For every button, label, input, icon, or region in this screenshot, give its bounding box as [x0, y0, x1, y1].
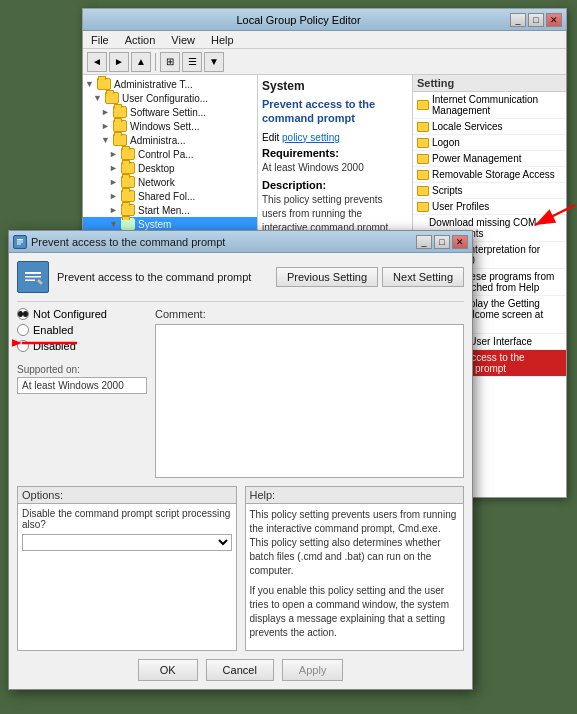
- config-panel: Not Configured Enabled Disabled Supporte…: [17, 308, 147, 478]
- setting-scripts[interactable]: Scripts: [413, 183, 566, 199]
- options-help-section: Options: Disable the command prompt scri…: [17, 486, 464, 651]
- close-button[interactable]: ✕: [546, 13, 562, 27]
- tree-item-system[interactable]: ▼ System: [83, 217, 257, 231]
- svg-rect-5: [17, 243, 21, 244]
- tree-item-start-menu[interactable]: ► Start Men...: [83, 203, 257, 217]
- options-content: Disable the command prompt script proces…: [18, 504, 236, 555]
- comment-label: Comment:: [155, 308, 464, 320]
- radio-enabled[interactable]: Enabled: [17, 324, 147, 336]
- dialog-titlebar: Prevent access to the command prompt _ □…: [9, 231, 472, 253]
- tree-item-control-panel[interactable]: ► Control Pa...: [83, 147, 257, 161]
- folder-icon: [417, 154, 429, 164]
- svg-rect-7: [25, 272, 41, 274]
- radio-group: Not Configured Enabled Disabled: [17, 308, 147, 352]
- dialog-top: Prevent access to the command prompt Pre…: [17, 261, 464, 293]
- options-header: Options:: [18, 487, 236, 504]
- dialog-title-icon: [13, 235, 27, 249]
- next-setting-button[interactable]: Next Setting: [382, 267, 464, 287]
- desc-heading: System: [262, 79, 408, 93]
- dialog-maximize-button[interactable]: □: [434, 235, 450, 249]
- dialog-policy-name: Prevent access to the command prompt: [57, 271, 251, 283]
- folder-icon: [417, 202, 429, 212]
- tree-item-administrative[interactable]: ▼ Administrative T...: [83, 77, 257, 91]
- toolbar: ◄ ► ▲ ⊞ ☰ ▼: [83, 49, 566, 75]
- supported-label: Supported on:: [17, 364, 147, 375]
- tree-item-desktop[interactable]: ► Desktop: [83, 161, 257, 175]
- menu-file[interactable]: File: [87, 33, 113, 47]
- options-dropdown[interactable]: [22, 534, 232, 551]
- dialog-content: Prevent access to the command prompt Pre…: [9, 253, 472, 689]
- folder-icon: [417, 186, 429, 196]
- tree-item-windows[interactable]: ► Windows Sett...: [83, 119, 257, 133]
- dialog-minimize-button[interactable]: _: [416, 235, 432, 249]
- options-text: Disable the command prompt script proces…: [22, 508, 232, 530]
- radio-not-configured[interactable]: Not Configured: [17, 308, 147, 320]
- up-button[interactable]: ▲: [131, 52, 151, 72]
- radio-enabled-circle: [17, 324, 29, 336]
- titlebar-controls: _ □ ✕: [510, 13, 562, 27]
- dialog-close-button[interactable]: ✕: [452, 235, 468, 249]
- svg-rect-8: [25, 276, 41, 278]
- edit-policy-link[interactable]: policy setting: [282, 132, 340, 143]
- help-para-1: This policy setting prevents users from …: [250, 508, 460, 578]
- tree-item-network[interactable]: ► Network: [83, 175, 257, 189]
- svg-rect-4: [17, 241, 23, 242]
- nav-buttons: Previous Setting Next Setting: [276, 267, 464, 287]
- dialog-body: Not Configured Enabled Disabled Supporte…: [17, 308, 464, 478]
- help-box: Help: This policy setting prevents users…: [245, 486, 465, 651]
- forward-button[interactable]: ►: [109, 52, 129, 72]
- tree-item-shared-folders[interactable]: ► Shared Fol...: [83, 189, 257, 203]
- setting-user-profiles[interactable]: User Profiles: [413, 199, 566, 215]
- tree-item-user-config[interactable]: ▼ User Configuratio...: [83, 91, 257, 105]
- comment-section: Comment:: [155, 308, 464, 478]
- setting-locale[interactable]: Locale Services: [413, 119, 566, 135]
- edit-link-label: Edit: [262, 132, 282, 143]
- folder-icon: [417, 170, 429, 180]
- help-header: Help:: [246, 487, 464, 504]
- dialog-policy-icon: [17, 261, 49, 293]
- minimize-button[interactable]: _: [510, 13, 526, 27]
- supported-section: Supported on: At least Windows 2000: [17, 364, 147, 394]
- back-button[interactable]: ◄: [87, 52, 107, 72]
- requirements-label: Requirements:: [262, 147, 408, 159]
- tree-item-software[interactable]: ► Software Settin...: [83, 105, 257, 119]
- cancel-button[interactable]: Cancel: [206, 659, 274, 681]
- previous-setting-button[interactable]: Previous Setting: [276, 267, 378, 287]
- radio-not-configured-circle: [17, 308, 29, 320]
- dialog-title-text: Prevent access to the command prompt: [31, 236, 416, 248]
- folder-icon: [417, 138, 429, 148]
- menu-view[interactable]: View: [167, 33, 199, 47]
- show-hide-button[interactable]: ⊞: [160, 52, 180, 72]
- help-content: This policy setting prevents users from …: [246, 504, 464, 645]
- settings-header: Setting: [413, 75, 566, 92]
- menu-action[interactable]: Action: [121, 33, 160, 47]
- toolbar-separator-1: [155, 53, 156, 71]
- dialog-titlebar-controls: _ □ ✕: [416, 235, 468, 249]
- dialog-window: Prevent access to the command prompt _ □…: [8, 230, 473, 690]
- svg-rect-9: [25, 280, 35, 282]
- radio-disabled-circle: [17, 340, 29, 352]
- setting-power[interactable]: Power Management: [413, 151, 566, 167]
- filter-button[interactable]: ▼: [204, 52, 224, 72]
- apply-button[interactable]: Apply: [282, 659, 344, 681]
- radio-disabled[interactable]: Disabled: [17, 340, 147, 352]
- options-box: Options: Disable the command prompt scri…: [17, 486, 237, 651]
- setting-internet-comm[interactable]: Internet Communication Management: [413, 92, 566, 119]
- maximize-button[interactable]: □: [528, 13, 544, 27]
- ok-button[interactable]: OK: [138, 659, 198, 681]
- tree-item-admin-templates[interactable]: ▼ Administra...: [83, 133, 257, 147]
- svg-rect-3: [17, 239, 23, 241]
- menu-help[interactable]: Help: [207, 33, 238, 47]
- description-label: Description:: [262, 179, 408, 191]
- setting-logon[interactable]: Logon: [413, 135, 566, 151]
- folder-icon: [417, 100, 429, 110]
- setting-removable[interactable]: Removable Storage Access: [413, 167, 566, 183]
- folder-icon: [417, 122, 429, 132]
- supported-value: At least Windows 2000: [17, 377, 147, 394]
- desc-policy-title: Prevent access to the command prompt: [262, 97, 408, 126]
- comment-textarea[interactable]: [155, 324, 464, 478]
- menu-bar: File Action View Help: [83, 31, 566, 49]
- requirements-value: At least Windows 2000: [262, 161, 408, 175]
- main-titlebar: Local Group Policy Editor _ □ ✕: [83, 9, 566, 31]
- view-button[interactable]: ☰: [182, 52, 202, 72]
